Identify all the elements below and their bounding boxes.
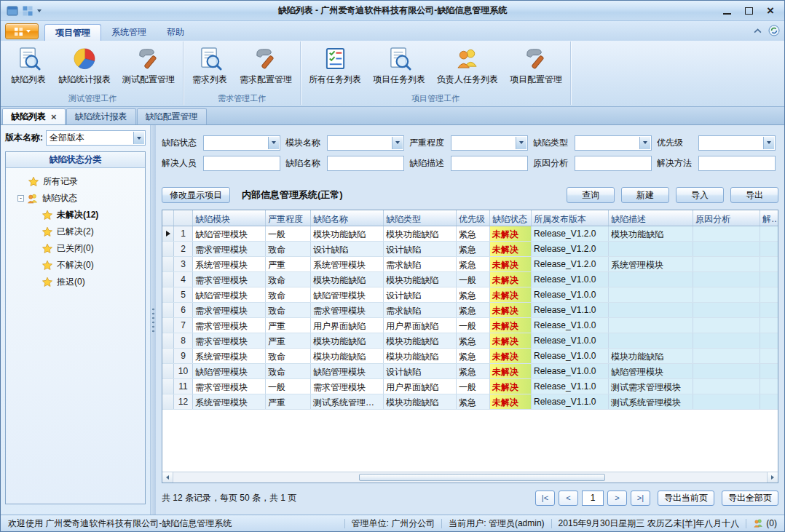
column-header-defect-type[interactable]: 缺陷类型 — [384, 210, 457, 226]
minimize-button[interactable] — [716, 2, 738, 20]
cell-solution — [760, 303, 778, 317]
ribbon-tab-system-management[interactable]: 系统管理 — [101, 24, 157, 41]
grid-row-8[interactable]: 8需求管理模块严重模块功能缺陷模块功能缺陷紧急未解决Release_V1.0.0 — [162, 333, 778, 349]
ribbon-tab-help[interactable]: 帮助 — [157, 24, 194, 41]
tree-node-0[interactable]: 所有记录 — [7, 173, 143, 190]
cell-cause-analysis — [693, 349, 760, 363]
tree-node-1-1[interactable]: 已解决(2) — [7, 223, 143, 240]
ribbon-button-project-config-management[interactable]: 项目配置管理 — [504, 44, 568, 92]
scroll-left-icon[interactable] — [162, 472, 173, 483]
ribbon-collapse-icon[interactable] — [754, 28, 762, 33]
ribbon-tab-project-management[interactable]: 项目管理 — [44, 24, 101, 41]
title-bar[interactable]: 缺陷列表 - 广州爱奇迪软件科技有限公司-缺陷信息管理系统 × — [1, 1, 784, 21]
ribbon-group-caption: 项目管理工作 — [303, 92, 568, 105]
filter-defect-name-input[interactable] — [327, 156, 404, 171]
about-refresh-icon[interactable] — [768, 25, 780, 36]
modify-display-items-button[interactable]: 修改显示项目 — [162, 187, 230, 203]
column-header-defect-module[interactable]: 缺陷模块 — [193, 210, 266, 226]
grid-row-9[interactable]: 9系统管理模块致命模块功能缺陷模块功能缺陷紧急未解决Release_V1.0.0… — [162, 349, 778, 364]
grid-row-10[interactable]: 10缺陷管理模块致命缺陷管理模块设计缺陷紧急未解决Release_V1.0.0缺… — [162, 364, 778, 379]
filter-priority-select[interactable] — [698, 135, 776, 151]
maximize-button[interactable] — [738, 2, 760, 20]
column-header-cause-analysis[interactable]: 原因分析 — [693, 210, 760, 226]
filter-defect-description-input[interactable] — [451, 156, 528, 171]
dropdown-arrow-icon[interactable] — [392, 137, 403, 149]
cell-severity: 严重 — [266, 318, 311, 333]
scrollbar-thumb[interactable] — [359, 474, 605, 481]
grid-row-6[interactable]: 6需求管理模块致命需求管理模块需求缺陷紧急未解决Release_V1.1.0 — [162, 303, 778, 318]
column-header-defect-name[interactable]: 缺陷名称 — [311, 210, 384, 226]
column-header-defect-description[interactable]: 缺陷描述 — [609, 210, 693, 226]
first-page-button[interactable]: |< — [535, 491, 555, 506]
filter-solution-input[interactable] — [698, 156, 776, 171]
column-header-priority[interactable]: 优先级 — [457, 210, 490, 226]
doc-tab-defect-list[interactable]: 缺陷列表× — [2, 108, 66, 124]
dropdown-arrow-icon[interactable] — [763, 137, 774, 149]
status-bar: 欢迎使用 广州爱奇迪软件科技有限公司-缺陷信息管理系统 管理单位: 广州分公司 … — [1, 515, 784, 531]
column-header-severity[interactable]: 严重程度 — [266, 210, 311, 226]
grid-row-11[interactable]: 11需求管理模块一般需求管理模块用户界面缺陷一般未解决Release_V1.1.… — [162, 379, 778, 394]
cell-solution — [760, 226, 778, 241]
grid-row-5[interactable]: 5缺陷管理模块致命缺陷管理模块设计缺陷紧急未解决Release_V1.0.0 — [162, 287, 778, 303]
doc-tab-defect-stats-report[interactable]: 缺陷统计报表 — [66, 108, 136, 124]
tree-node-1-4[interactable]: 推迟(0) — [7, 274, 143, 290]
new-button[interactable]: 新建 — [621, 187, 669, 203]
sidebar-splitter[interactable] — [151, 125, 156, 515]
org-label: 管理单位: 广州分公司 — [352, 517, 435, 530]
horizontal-scrollbar[interactable] — [162, 472, 778, 483]
prev-page-button[interactable]: < — [559, 491, 578, 506]
grid-row-12[interactable]: 12系统管理模块严重测试系统管理模块模块功能缺陷紧急未解决Release_V1.… — [162, 394, 778, 410]
next-page-button[interactable]: > — [607, 491, 627, 506]
last-page-button[interactable]: >| — [631, 491, 650, 506]
close-button[interactable]: × — [760, 2, 781, 20]
ribbon-button-defect-list[interactable]: 缺陷列表 — [4, 44, 52, 92]
application-menu-button[interactable] — [5, 23, 39, 39]
tab-close-icon[interactable]: × — [51, 112, 57, 122]
grid-row-4[interactable]: 4需求管理模块致命模块功能缺陷模块功能缺陷一般未解决Release_V1.0.0 — [162, 272, 778, 287]
quick-access-dropdown-icon[interactable] — [37, 9, 42, 12]
ribbon-button-all-tasks-list[interactable]: 所有任务列表 — [303, 44, 367, 92]
dropdown-arrow-icon[interactable] — [268, 137, 279, 149]
export-all-pages-button[interactable]: 导出全部页 — [722, 491, 778, 506]
column-header-solution[interactable]: 解决方法 — [760, 210, 778, 226]
grid-row-7[interactable]: 7需求管理模块严重用户界面缺陷用户界面缺陷一般未解决Release_V1.0.0 — [162, 318, 778, 333]
search-button[interactable]: 查询 — [567, 187, 615, 203]
doc-tab-defect-config-management[interactable]: 缺陷配置管理 — [137, 108, 207, 124]
ribbon-button-defect-stats-report[interactable]: 缺陷统计报表 — [52, 44, 117, 92]
filter-resolver-input[interactable] — [203, 156, 280, 171]
export-button[interactable]: 导出 — [730, 187, 778, 203]
quick-access-toolbar — [1, 5, 47, 17]
row-number: 7 — [174, 318, 193, 333]
tree-collapse-icon[interactable]: - — [17, 195, 24, 202]
column-header-release-version[interactable]: 所属发布版本 — [532, 210, 609, 226]
tree-node-1-0[interactable]: 未解决(12) — [7, 207, 143, 223]
version-select[interactable]: 全部版本 — [46, 130, 146, 146]
filter-module-name-select[interactable] — [327, 135, 404, 151]
filter-defect-type-select[interactable] — [575, 135, 652, 151]
dropdown-arrow-icon[interactable] — [133, 132, 144, 144]
grid-row-3[interactable]: 3系统管理模块严重系统管理模块需求缺陷紧急未解决Release_V1.2.0系统… — [162, 257, 778, 272]
scroll-right-icon[interactable] — [767, 472, 778, 483]
ribbon-button-test-config-management[interactable]: 测试配置管理 — [117, 44, 181, 92]
ribbon-button-owner-tasks-list[interactable]: 负责人任务列表 — [431, 44, 504, 92]
export-current-page-button[interactable]: 导出当前页 — [658, 491, 714, 506]
grid-row-2[interactable]: 2需求管理模块致命设计缺陷设计缺陷紧急未解决Release_V1.2.0 — [162, 242, 778, 257]
defect-grid: 缺陷模块严重程度缺陷名称缺陷类型优先级缺陷状态所属发布版本缺陷描述原因分析解决方… — [162, 210, 778, 483]
tree-node-1[interactable]: -缺陷状态 — [7, 190, 143, 207]
grid-row-1[interactable]: 1缺陷管理模块一般模块功能缺陷模块功能缺陷紧急未解决Release_V1.2.0… — [162, 226, 778, 242]
tree-node-1-2[interactable]: 已关闭(0) — [7, 240, 143, 257]
column-header-defect-status[interactable]: 缺陷状态 — [490, 210, 532, 226]
window-layout-icon[interactable] — [22, 5, 33, 17]
import-button[interactable]: 导入 — [676, 187, 724, 203]
dropdown-arrow-icon[interactable] — [516, 137, 526, 149]
filter-defect-status-select[interactable] — [203, 135, 280, 151]
tree-node-1-3[interactable]: 不解决(0) — [7, 257, 143, 274]
filter-cause-analysis-input[interactable] — [575, 156, 652, 171]
filter-severity-select[interactable] — [451, 135, 528, 151]
dropdown-arrow-icon[interactable] — [639, 137, 650, 149]
ribbon-button-requirement-config-management[interactable]: 需求配置管理 — [234, 44, 298, 92]
ribbon-button-requirement-list[interactable]: 需求列表 — [186, 44, 234, 92]
filter-defect-description-label: 缺陷描述 — [409, 157, 451, 170]
page-number-input[interactable] — [582, 491, 604, 506]
ribbon-button-project-tasks-list[interactable]: 项目任务列表 — [367, 44, 431, 92]
